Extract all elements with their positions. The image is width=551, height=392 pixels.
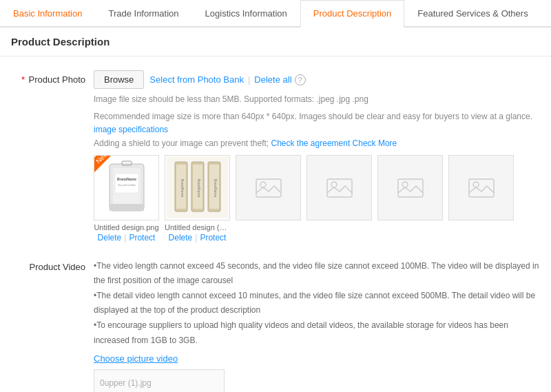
image-thumb-3[interactable] bbox=[236, 155, 301, 220]
check-more-link[interactable]: Check More bbox=[353, 138, 397, 148]
product-photo-content: Browse Select from Photo Bank | Delete a… bbox=[94, 70, 540, 243]
image-item-6 bbox=[448, 155, 514, 243]
image-filename-1: Untitled design.png bbox=[94, 223, 158, 231]
video-bullet-3: •To encourage suppliers to upload high q… bbox=[94, 318, 540, 348]
svg-point-20 bbox=[331, 182, 337, 187]
tab-featured-services[interactable]: Featured Services & Others bbox=[404, 0, 541, 26]
tab-product-description[interactable]: Product Description bbox=[300, 0, 404, 28]
choose-video-link[interactable]: Choose picture video bbox=[94, 353, 178, 364]
separator-1: | bbox=[248, 74, 250, 85]
product-photo-label: * Product Photo bbox=[11, 70, 94, 85]
tab-logistics-information[interactable]: Logistics Information bbox=[192, 0, 300, 26]
svg-rect-23 bbox=[469, 179, 494, 197]
svg-text:BrandName: BrandName bbox=[214, 179, 218, 198]
image-filename-2: Untitled design (2).p... bbox=[165, 223, 230, 231]
hint-3: Adding a shield to your image can preven… bbox=[94, 138, 540, 148]
image-item-3 bbox=[236, 155, 301, 243]
svg-text:BrandName: BrandName bbox=[197, 179, 201, 198]
tab-trade-information[interactable]: Trade Information bbox=[95, 0, 191, 26]
page-title: Product Description bbox=[0, 28, 551, 56]
image-thumb-6[interactable] bbox=[448, 155, 514, 220]
svg-text:BrandName: BrandName bbox=[116, 177, 136, 181]
svg-point-22 bbox=[402, 182, 408, 187]
upload-filename: 0upper (1).jpg bbox=[100, 378, 152, 388]
product-video-row: Product Video •The video length cannot e… bbox=[11, 259, 540, 392]
product-image-2: BrandName BrandName BrandName bbox=[167, 156, 229, 218]
check-agreement-link[interactable]: Check the agreement bbox=[271, 138, 351, 148]
image-item-5 bbox=[377, 155, 443, 243]
product-photo-row: * Product Photo Browse Select from Photo… bbox=[11, 70, 540, 243]
image-thumb-5[interactable] bbox=[377, 155, 443, 220]
placeholder-icon-4 bbox=[326, 175, 353, 200]
tab-basic-information[interactable]: Basic Information bbox=[0, 0, 95, 26]
image-actions-1: Delete | Protect bbox=[98, 233, 156, 243]
placeholder-icon-5 bbox=[397, 175, 424, 200]
delete-link-1[interactable]: Delete bbox=[98, 233, 122, 243]
product-video-content: •The video length cannot exceed 45 secon… bbox=[94, 259, 540, 392]
svg-rect-6 bbox=[110, 204, 144, 211]
browse-button[interactable]: Browse bbox=[94, 70, 144, 89]
select-photo-bank-link[interactable]: Select from Photo Bank bbox=[149, 74, 244, 85]
image-item-4 bbox=[306, 155, 372, 243]
svg-point-18 bbox=[260, 182, 266, 187]
delete-all-link[interactable]: Delete all bbox=[254, 74, 291, 85]
protect-link-2[interactable]: Protect bbox=[200, 233, 226, 243]
image-item-2: BrandName BrandName BrandName Untitled d… bbox=[165, 155, 230, 243]
main-content: * Product Photo Browse Select from Photo… bbox=[0, 56, 551, 392]
placeholder-icon-3 bbox=[255, 175, 282, 200]
svg-rect-17 bbox=[256, 179, 281, 197]
svg-text:BrandName: BrandName bbox=[180, 179, 185, 198]
image-thumb-2[interactable]: BrandName BrandName BrandName bbox=[165, 155, 230, 220]
tab-bar: Basic Information Trade Information Logi… bbox=[0, 0, 551, 28]
video-bullet-1: •The video length cannot exceed 45 secon… bbox=[94, 259, 540, 289]
protect-link-1[interactable]: Protect bbox=[129, 233, 155, 243]
svg-text:Ground Coffee: Ground Coffee bbox=[117, 183, 136, 187]
svg-rect-21 bbox=[398, 179, 423, 197]
image-thumb-1[interactable]: New BrandName Ground Coffee bbox=[94, 155, 159, 220]
video-bullet-2: •The detail video length cannot exceed 1… bbox=[94, 289, 540, 318]
hint-1: Image file size should be less than 5MB.… bbox=[94, 93, 540, 106]
svg-rect-19 bbox=[327, 179, 352, 197]
image-spec-link[interactable]: image specifications bbox=[94, 125, 168, 134]
image-grid: New BrandName Ground Coffee bbox=[94, 155, 540, 243]
image-actions-2: Delete | Protect bbox=[169, 233, 227, 243]
required-star: * bbox=[21, 74, 25, 85]
image-item-1: New BrandName Ground Coffee bbox=[94, 155, 159, 243]
delete-link-2[interactable]: Delete bbox=[169, 233, 193, 243]
image-thumb-4[interactable] bbox=[306, 155, 372, 220]
help-icon[interactable]: ? bbox=[295, 74, 306, 85]
hint-2: Recommended image size is more than 640p… bbox=[94, 110, 540, 136]
video-upload-box[interactable]: 0upper (1).jpg bbox=[94, 369, 225, 392]
product-image-1: BrandName Ground Coffee bbox=[103, 158, 151, 217]
svg-point-24 bbox=[473, 182, 479, 187]
placeholder-icon-6 bbox=[468, 175, 495, 200]
product-video-label: Product Video bbox=[11, 259, 94, 272]
